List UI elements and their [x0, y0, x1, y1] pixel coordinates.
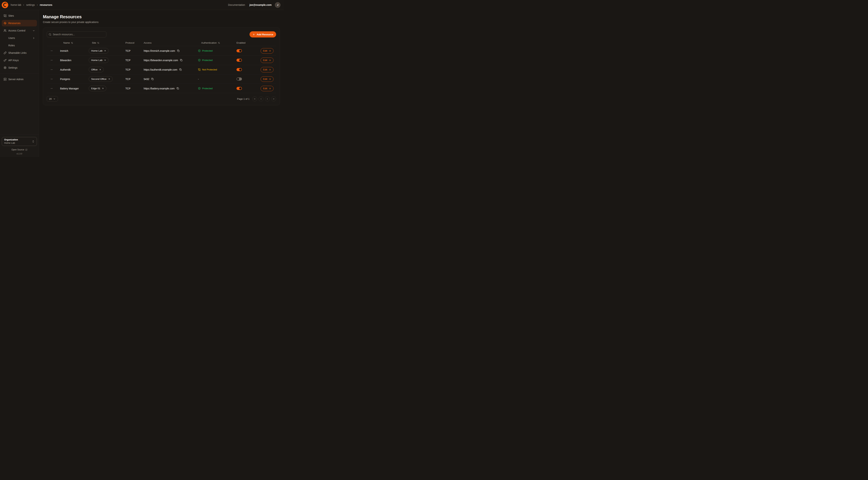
- add-resource-button[interactable]: Add Resource: [250, 31, 276, 37]
- sidebar-item-settings[interactable]: Settings: [2, 64, 37, 71]
- chevrons-right-icon: [273, 98, 275, 100]
- previous-page-button[interactable]: [258, 96, 264, 101]
- arrow-right-icon: [269, 78, 271, 80]
- sidebar-item-roles[interactable]: Roles: [2, 42, 37, 49]
- page-title: Manage Resources: [43, 14, 280, 19]
- arrow-up-right-icon: [108, 78, 110, 80]
- sidebar-admin-nav: Server Admin: [2, 76, 37, 84]
- enabled-toggle[interactable]: [237, 78, 242, 81]
- sidebar-item-label: Sites: [8, 14, 14, 17]
- site-link[interactable]: Second Office: [89, 76, 113, 82]
- enabled-toggle[interactable]: [237, 49, 242, 52]
- sidebar-item-users[interactable]: Users: [2, 35, 37, 41]
- table-body: Immich Home Lab TCP https://immich.examp…: [47, 46, 276, 93]
- organization-label: Organization: [4, 138, 32, 141]
- ellipsis-icon: [50, 50, 53, 52]
- copy-button[interactable]: [151, 78, 154, 81]
- toolbar: Add Resource: [47, 31, 276, 37]
- chevrons-left-icon: [253, 98, 256, 100]
- pangolin-logo[interactable]: [1, 1, 8, 8]
- chevron-down-icon: [32, 29, 35, 32]
- row-menu-button[interactable]: [49, 86, 54, 90]
- site-link[interactable]: Edge 01: [89, 86, 106, 91]
- edit-button[interactable]: Edit: [260, 77, 274, 82]
- organization-value: Home Lab: [4, 141, 32, 145]
- enabled-toggle[interactable]: [237, 59, 242, 62]
- row-menu-button[interactable]: [49, 77, 54, 81]
- column-header-access: Access: [144, 41, 198, 44]
- table-header-row: NameSiteProtocolAccessAuthenticationEnab…: [47, 40, 276, 46]
- copy-button[interactable]: [177, 49, 180, 52]
- copy-icon: [177, 50, 180, 52]
- search-input[interactable]: [47, 31, 106, 37]
- edit-button[interactable]: Edit: [260, 86, 274, 91]
- column-header-authentication[interactable]: Authentication: [198, 41, 237, 44]
- copy-button[interactable]: [179, 68, 182, 71]
- copy-icon: [151, 78, 154, 80]
- column-header-name[interactable]: Name: [60, 41, 89, 44]
- user-email[interactable]: joe@example.com: [249, 3, 272, 6]
- sidebar-item-label: Server Admin: [8, 78, 24, 81]
- sidebar-item-label: Resources: [8, 22, 21, 25]
- sidebar-item-shareable-links[interactable]: Shareable Links: [2, 50, 37, 56]
- site-link[interactable]: Home Lab: [89, 48, 108, 54]
- enabled-toggle[interactable]: [237, 68, 242, 71]
- edit-button[interactable]: Edit: [260, 67, 274, 72]
- page-size-select[interactable]: 20: [47, 96, 58, 101]
- row-menu-button[interactable]: [49, 67, 54, 72]
- row-menu-button[interactable]: [49, 58, 54, 62]
- sort-icon: [218, 42, 220, 44]
- open-source-label: Open Source: [11, 148, 24, 151]
- avatar[interactable]: J: [275, 2, 280, 8]
- toggle-knob: [237, 78, 239, 80]
- row-menu-button[interactable]: [49, 49, 54, 53]
- column-header-site[interactable]: Site: [89, 41, 125, 44]
- documentation-link[interactable]: Documentation: [228, 3, 245, 6]
- protocol-value: TCP: [125, 50, 130, 52]
- sidebar-item-sites[interactable]: Sites: [2, 12, 37, 19]
- page-size-value: 20: [49, 97, 52, 100]
- arrow-up-right-icon: [104, 59, 106, 61]
- column-header-protocol: Protocol: [125, 41, 144, 44]
- breadcrumb-org[interactable]: home-lab: [11, 3, 21, 6]
- search-wrap: [47, 31, 106, 37]
- next-page-button[interactable]: [265, 96, 270, 101]
- authentication-status: Protected: [198, 87, 213, 90]
- copy-button[interactable]: [180, 59, 183, 62]
- shield-check-icon: [198, 50, 201, 52]
- sidebar-nav: Sites Resources Access Control Users Rol…: [2, 12, 37, 72]
- edit-button[interactable]: Edit: [260, 48, 274, 54]
- sidebar-item-resources[interactable]: Resources: [2, 20, 37, 26]
- arrow-up-right-icon: [99, 69, 101, 71]
- breadcrumb-settings[interactable]: settings: [26, 3, 35, 6]
- chevrons-up-down-icon: [32, 140, 35, 143]
- sidebar-item-api-keys[interactable]: API Keys: [2, 57, 37, 63]
- sidebar-item-label: Settings: [8, 66, 18, 69]
- site-name: Edge 01: [91, 87, 100, 90]
- chevron-down-icon: [53, 98, 56, 100]
- last-page-button[interactable]: [271, 96, 276, 101]
- sidebar-item-server-admin[interactable]: Server Admin: [2, 76, 37, 83]
- sort-icon: [71, 42, 73, 44]
- edit-button[interactable]: Edit: [260, 58, 274, 63]
- table-row-postgres: Postgres Second Office TCP 5432 - Edit: [47, 74, 276, 84]
- site-link[interactable]: Home Lab: [89, 57, 108, 63]
- authentication-status: Protected: [198, 59, 213, 62]
- resource-name: Bitwarden: [60, 59, 71, 62]
- organization-selector[interactable]: Organization Home Lab: [2, 137, 37, 146]
- table-row-immich: Immich Home Lab TCP https://immich.examp…: [47, 46, 276, 56]
- copy-button[interactable]: [176, 87, 179, 90]
- site-link[interactable]: Office: [89, 67, 104, 72]
- sidebar-item-label: API Keys: [8, 59, 19, 62]
- version-label: v1.3.0: [2, 153, 37, 155]
- page-subtitle: Create secure proxies to your private ap…: [43, 21, 280, 24]
- resource-name: Immich: [60, 50, 68, 52]
- open-source-link[interactable]: Open Source: [2, 148, 37, 151]
- chevron-right-icon: [32, 37, 35, 39]
- enabled-toggle[interactable]: [237, 87, 242, 90]
- access-value: https://bitwarden.example.com: [144, 59, 178, 62]
- sidebar-item-access-control[interactable]: Access Control: [2, 27, 37, 34]
- resource-name: Authentik: [60, 68, 70, 71]
- authentication-status: Protected: [198, 50, 213, 52]
- first-page-button[interactable]: [252, 96, 257, 101]
